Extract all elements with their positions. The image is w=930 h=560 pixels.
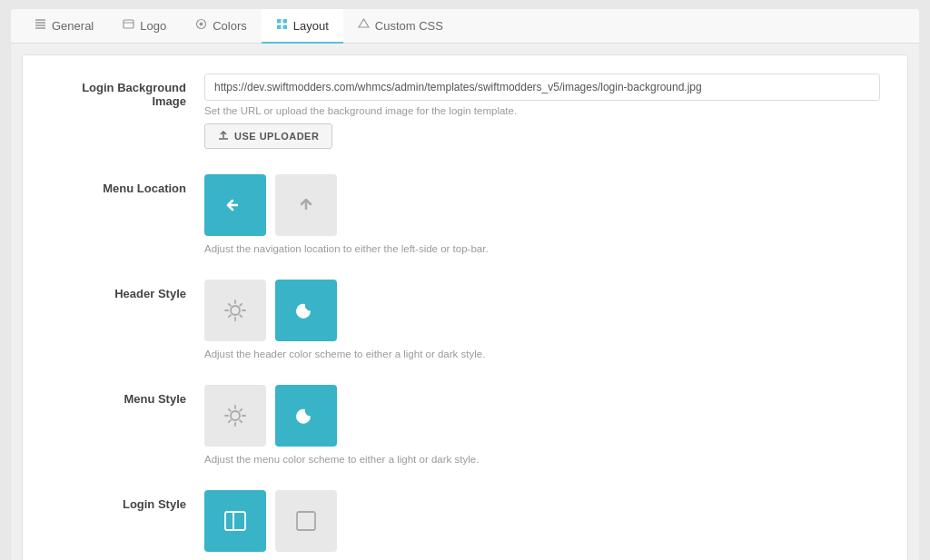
svg-line-23 [240, 315, 242, 317]
header-style-options-wrap: Adjust the header color scheme to either… [204, 280, 880, 359]
login-style-row: Login Style [50, 490, 880, 560]
menu-style-help: Adjust the menu color scheme to either a… [204, 454, 880, 465]
menu-style-options [204, 385, 880, 447]
menu-style-light-btn[interactable] [204, 385, 266, 447]
svg-rect-9 [282, 19, 287, 24]
menu-location-help: Adjust the navigation location to either… [204, 243, 880, 254]
svg-rect-35 [225, 512, 245, 530]
settings-panel: General Logo Colors [11, 9, 919, 560]
menu-style-dark-btn[interactable] [275, 385, 337, 447]
menu-style-options-wrap: Adjust the menu color scheme to either a… [204, 385, 880, 465]
tab-colors-label: Colors [213, 19, 247, 33]
menu-location-left-btn[interactable] [204, 174, 266, 236]
menu-style-content: Adjust the menu color scheme to either a… [204, 385, 880, 465]
svg-rect-11 [282, 25, 287, 30]
svg-point-17 [231, 306, 240, 315]
tab-logo-label: Logo [140, 19, 166, 33]
menu-location-content: Adjust the navigation location to either… [204, 174, 880, 254]
svg-point-7 [200, 23, 203, 26]
header-style-help: Adjust the header color scheme to either… [204, 349, 880, 359]
upload-button[interactable]: USE UPLOADER [204, 123, 332, 149]
svg-line-33 [240, 409, 242, 411]
header-style-options [204, 280, 880, 341]
login-style-options [204, 490, 880, 552]
header-style-label: Header Style [50, 280, 204, 300]
menu-location-options [204, 174, 880, 236]
tab-custom-css-label: Custom CSS [375, 19, 443, 33]
tab-layout[interactable]: Layout [262, 9, 343, 44]
svg-point-26 [231, 411, 240, 420]
svg-line-24 [240, 304, 242, 306]
svg-marker-12 [359, 19, 369, 27]
menu-location-row: Menu Location [50, 174, 880, 254]
menu-style-row: Menu Style [50, 385, 880, 465]
header-style-light-btn[interactable] [204, 280, 266, 341]
custom-css-icon [358, 18, 370, 33]
upload-label: USE UPLOADER [234, 131, 319, 142]
svg-rect-10 [277, 25, 282, 30]
login-style-label: Login Style [50, 490, 204, 511]
login-style-split-btn[interactable] [204, 490, 266, 552]
svg-rect-8 [277, 19, 282, 24]
login-bg-input[interactable] [204, 74, 880, 101]
svg-line-22 [229, 304, 231, 306]
login-bg-label: Login Background Image [50, 74, 204, 108]
tab-general-label: General [52, 19, 94, 33]
logo-icon [123, 18, 134, 33]
svg-line-34 [229, 420, 231, 422]
menu-style-label: Menu Style [50, 385, 204, 406]
tab-general[interactable]: General [20, 9, 108, 44]
menu-location-label: Menu Location [50, 174, 204, 195]
header-style-row: Header Style [50, 280, 880, 359]
colors-icon [195, 18, 207, 33]
header-style-content: Adjust the header color scheme to either… [204, 280, 880, 359]
login-style-content: Adjust the login template to either a sp… [204, 490, 880, 560]
menu-location-options-wrap: Adjust the navigation location to either… [204, 174, 880, 254]
tab-custom-css[interactable]: Custom CSS [343, 9, 458, 44]
login-bg-help: Set the URL or upload the background ima… [204, 105, 880, 116]
svg-rect-4 [124, 20, 134, 28]
tab-bar: General Logo Colors [11, 9, 919, 44]
layout-icon [276, 18, 288, 33]
login-bg-row: Login Background Image Set the URL or up… [50, 74, 880, 149]
svg-line-31 [229, 409, 231, 411]
menu-location-top-btn[interactable] [275, 174, 337, 236]
login-bg-content: Set the URL or upload the background ima… [204, 74, 880, 149]
login-style-options-wrap: Adjust the login template to either a sp… [204, 490, 880, 560]
general-icon [35, 18, 46, 33]
tab-logo[interactable]: Logo [108, 9, 181, 44]
tab-colors[interactable]: Colors [181, 9, 262, 44]
upload-icon [218, 130, 229, 142]
header-style-dark-btn[interactable] [275, 280, 337, 341]
svg-line-32 [240, 420, 242, 422]
svg-line-25 [229, 315, 231, 317]
content-card: Login Background Image Set the URL or up… [22, 54, 908, 560]
svg-rect-37 [297, 512, 315, 530]
login-style-classic-btn[interactable] [275, 490, 337, 552]
tab-layout-label: Layout [293, 19, 329, 33]
